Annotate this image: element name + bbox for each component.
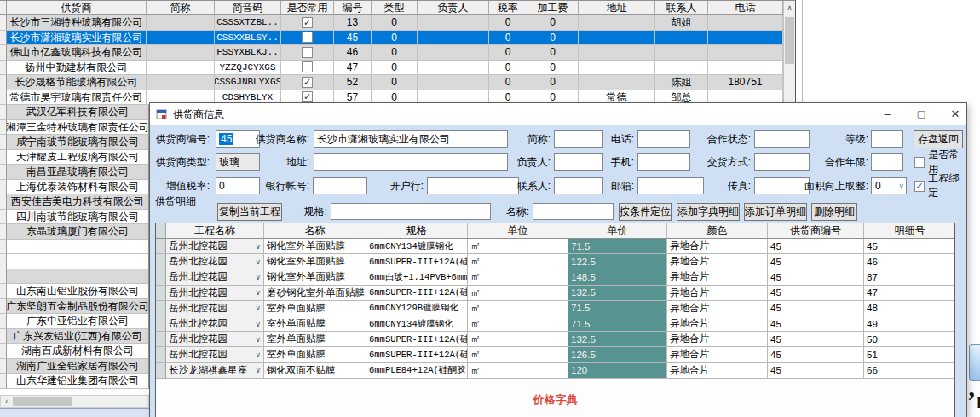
add-order-detail-button[interactable]: 添加订单明细 (744, 203, 807, 221)
column-header[interactable]: 税率 (489, 1, 527, 15)
list-item[interactable]: 湖南百成新材料有限公司 (0, 344, 149, 359)
column-header[interactable]: 供货商 (7, 1, 147, 15)
table-row[interactable]: 扬州中勤建材有限公司YZZQJCYXGS47000 (0, 61, 795, 76)
column-header[interactable]: 加工费 (527, 1, 579, 15)
table-row[interactable]: 佛山市亿鑫玻璃科技有限公司FSSYXBLKJ..46000 (0, 45, 795, 61)
checkbox-icon[interactable] (914, 157, 925, 168)
project-combo-cell[interactable]: 岳州北控花园∨ (166, 239, 264, 254)
grid-column-header[interactable]: 工程名称 (166, 223, 264, 239)
list-item[interactable]: 西安佳吉美电力科技有限公司 (0, 194, 149, 210)
grid-row[interactable]: 岳州北控花园∨室外单面贴膜6mmCNY134镀膜钢化㎡71.5异地合片4549 (156, 316, 954, 332)
list-item[interactable]: 广东兴发铝业(江西)有限公司 (0, 329, 149, 345)
coop-years-field[interactable] (871, 153, 903, 171)
add-dict-detail-button[interactable]: 添加字典明细 (677, 203, 740, 221)
grid-column-header[interactable]: 规格 (366, 223, 468, 239)
name-filter-input[interactable] (533, 203, 614, 220)
grid-column-header[interactable]: 颜色 (667, 223, 768, 239)
table-row[interactable]: 长沙市潇湘玻璃实业有限公司CSSXXBLSY..45000 (0, 31, 795, 46)
grid-row[interactable]: 岳州北控花园∨室外单面贴膜6mmSUPER-III+12A(硅..㎡126.5异… (156, 347, 954, 362)
grid-row[interactable]: 岳州北控花园∨钢化室外单面贴膜6mm白玻+1.14PVB+6mm..㎡148.5… (156, 269, 954, 285)
list-item[interactable]: 湖南广亚全铝家居有限公司 (0, 359, 149, 374)
delete-detail-button[interactable]: 删除明细 (811, 203, 857, 221)
column-header[interactable]: 联系人 (655, 1, 708, 15)
project-combo-cell[interactable]: 岳州北控花园∨ (166, 347, 264, 362)
project-combo-cell[interactable]: 岳州北控花园∨ (166, 332, 264, 347)
checkbox-icon[interactable]: ✓ (302, 17, 313, 28)
list-item[interactable]: 广东中亚铝业有限公司 (0, 314, 149, 329)
grid-column-header[interactable]: 供货商编号 (768, 223, 864, 239)
table-row[interactable]: 长沙晟格节能玻璃有限公司CSSGJNBLYXGS✓52000陈姐180751 (0, 75, 795, 90)
horizontal-scrollbar[interactable]: ‹ (0, 395, 149, 408)
mobile-field[interactable] (637, 153, 690, 171)
save-return-button[interactable]: 存盘返回 (914, 130, 963, 148)
grid-column-header[interactable]: 名称 (264, 223, 366, 239)
checkbox-icon[interactable] (302, 32, 313, 43)
phone-field[interactable] (637, 130, 690, 148)
scroll-up-icon[interactable]: ∧ (784, 1, 795, 14)
area-round-dropdown[interactable]: 0 ∨ (871, 177, 907, 194)
column-header[interactable]: 是否常用 (281, 1, 334, 15)
list-item[interactable]: 四川南玻节能玻璃有限公司 (0, 210, 149, 225)
grid-row[interactable]: 岳州北控花园∨钢化室外单面贴膜6mmSUPER-III+12A(硅..㎡122.… (156, 254, 954, 269)
supplier-name-field[interactable]: 长沙市潇湘玻璃实业有限公司 (314, 130, 508, 148)
checkbox-icon[interactable]: ✓ (302, 91, 313, 102)
list-item[interactable]: 上海优泰装饰材料有限公司 (0, 180, 149, 195)
grid-column-header[interactable]: 单价 (568, 223, 667, 239)
list-item[interactable]: 天津耀皮工程玻璃有限公司 (0, 150, 149, 165)
grid-row[interactable]: 长沙龙湖祺鑫星座∨钢化双面不贴膜6mmPLE84+12A(硅酮胶..㎡120异地… (156, 363, 954, 379)
project-combo-cell[interactable]: 岳州北控花园∨ (166, 269, 264, 285)
column-header[interactable]: 负责人 (418, 1, 489, 15)
list-item[interactable] (0, 254, 149, 269)
list-item[interactable]: 广东坚朗五金制品股份有限公司 (0, 299, 149, 315)
checkbox-icon[interactable] (302, 61, 313, 72)
minimize-icon[interactable]: – (873, 103, 902, 125)
column-header[interactable]: 电话 (708, 1, 783, 15)
row-header-cell (156, 269, 166, 285)
grid-row[interactable]: 岳州北控花园∨室外单面贴膜6mmCNY129B镀膜钢化㎡71.5异地合片4548 (156, 301, 954, 316)
vertical-scrollbar[interactable]: ∧ (783, 1, 795, 106)
grade-field[interactable] (871, 130, 903, 148)
checkbox-icon[interactable] (302, 47, 313, 58)
project-combo-cell[interactable]: 岳州北控花园∨ (166, 254, 264, 269)
name-cell: 钢化室外单面贴膜 (264, 269, 366, 285)
grid-column-header[interactable]: 明细号 (864, 223, 955, 239)
list-item[interactable] (0, 240, 149, 255)
list-item[interactable]: 湘潭三金特种玻璃有限责任公司 (0, 120, 149, 136)
project-combo-cell[interactable]: 岳州北控花园∨ (166, 301, 264, 316)
column-header[interactable]: 简称 (147, 1, 215, 15)
list-item[interactable]: 南昌亚晶玻璃有限公司 (0, 165, 149, 180)
column-header[interactable]: 类型 (372, 1, 418, 15)
spec-filter-input[interactable] (331, 203, 491, 220)
scroll-left-icon[interactable]: ‹ (1, 397, 13, 406)
list-item[interactable] (0, 269, 149, 285)
scrollbar-thumb[interactable] (13, 397, 72, 406)
list-item[interactable]: 山东南山铝业股份有限公司 (0, 284, 149, 299)
close-icon[interactable]: ✕ (941, 103, 970, 125)
project-bind-checkbox[interactable]: ✓ 工程绑定 (914, 177, 966, 194)
dialog-titlebar[interactable]: 供货商信息 – ▢ ✕ (150, 103, 966, 125)
column-header[interactable]: 编号 (334, 1, 372, 15)
copy-project-button[interactable]: 复制当前工程 (217, 203, 282, 221)
checkbox-icon[interactable]: ✓ (914, 181, 925, 192)
column-header[interactable]: 地址 (579, 1, 655, 15)
common-checkbox[interactable]: 是否常用 (914, 153, 966, 171)
grid-column-header[interactable]: 单位 (468, 223, 568, 239)
list-item[interactable]: 山东华建铝业集团有限公司 (0, 374, 149, 389)
address-field[interactable] (314, 153, 508, 171)
project-combo-cell[interactable]: 长沙龙湖祺鑫星座∨ (166, 363, 264, 379)
column-header[interactable]: 简音码 (215, 1, 281, 15)
list-item[interactable]: 东晶玻璃厦门有限公司 (0, 224, 149, 240)
grid-row[interactable]: 岳州北控花园∨钢化室外单面贴膜6mmCNY134镀膜钢化㎡71.5异地合片454… (156, 239, 954, 254)
list-item[interactable]: 武汉亿军科技有限公司 (0, 105, 149, 120)
maximize-icon[interactable]: ▢ (907, 103, 936, 125)
grid-row[interactable]: 岳州北控花园∨室外单面贴膜6mmSUPER-III+12A(硅..㎡132.5异… (156, 332, 954, 347)
project-combo-cell[interactable]: 岳州北控花园∨ (166, 286, 264, 301)
table-row[interactable]: 长沙市三湘特种玻璃有限公司CSSSXTZBL..✓13000胡姐 (0, 15, 795, 31)
bank-account-field[interactable] (313, 177, 367, 194)
scrollbar-thumb[interactable] (785, 17, 794, 64)
list-item[interactable]: 咸宁南玻节能玻璃有限公司 (0, 135, 149, 150)
checkbox-icon[interactable]: ✓ (302, 77, 313, 88)
locate-by-condition-button[interactable]: 按条件定位 (619, 203, 672, 221)
project-combo-cell[interactable]: 岳州北控花园∨ (166, 316, 264, 332)
grid-row[interactable]: 岳州北控花园∨磨砂钢化室外单面贴膜6mmSUPER-III+12A(硅..㎡13… (156, 286, 954, 301)
